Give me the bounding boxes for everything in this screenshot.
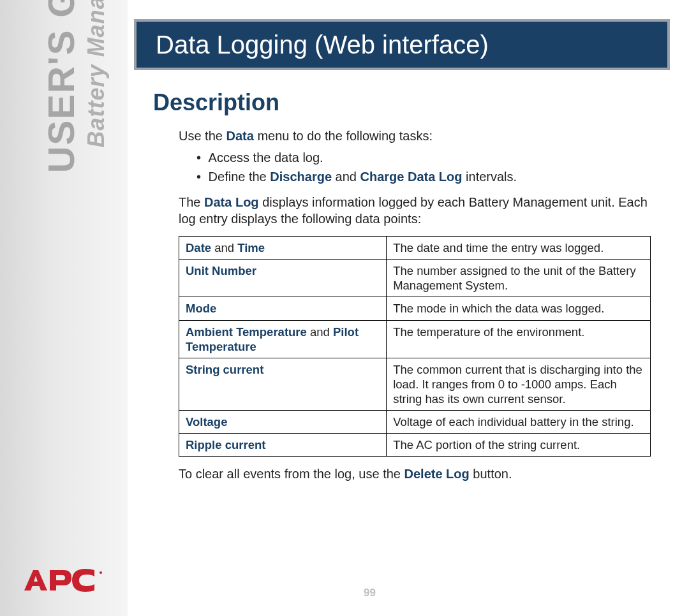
table-row: Ripple currentThe AC portion of the stri… [179,434,651,457]
table-row: Date and TimeThe date and time the entry… [179,237,651,260]
apc-logo [19,565,115,597]
table-row: Unit NumberThe number assigned to the un… [179,260,651,297]
table-row: Ambient Temperature and Pilot Temperatur… [179,320,651,358]
definition-cell: Voltage of each individual battery in th… [387,411,651,434]
svg-point-0 [100,571,102,574]
page-title: Data Logging (Web interface) [156,31,489,59]
definition-cell: The temperature of the environment. [387,320,651,358]
list-item: Define the Discharge and Charge Data Log… [208,168,651,185]
data-log-paragraph: The Data Log displays information logged… [179,194,651,227]
definition-cell: The number assigned to the unit of the B… [387,260,651,297]
task-list: Access the data log. Define the Discharg… [179,149,651,185]
sidebar: USER'S GUIDE Battery Management System [0,0,128,616]
list-item: Access the data log. [208,149,651,166]
term-cell: Unit Number [179,260,387,297]
data-points-table: Date and TimeThe date and time the entry… [179,236,651,457]
term-cell: Mode [179,297,387,320]
table-row: ModeThe mode in which the data was logge… [179,297,651,320]
table-row: VoltageVoltage of each individual batter… [179,411,651,434]
definition-cell: The common current that is discharging i… [387,358,651,410]
term-cell: String current [179,358,387,410]
intro-paragraph: Use the Data menu to do the following ta… [179,128,651,144]
term-cell: Ripple current [179,434,387,457]
term-cell: Voltage [179,411,387,434]
definition-cell: The AC portion of the string current. [387,434,651,457]
definition-cell: The mode in which the data was logged. [387,297,651,320]
closing-paragraph: To clear all events from the log, use th… [179,466,651,482]
term-cell: Ambient Temperature and Pilot Temperatur… [179,320,387,358]
content-area: Description Use the Data menu to do the … [153,83,657,487]
table-row: String currentThe common current that is… [179,358,651,410]
sidebar-title: USER'S GUIDE [40,0,82,173]
section-heading: Description [153,89,657,116]
page-title-bar: Data Logging (Web interface) [134,19,670,70]
page-number: 99 [364,587,376,599]
term-cell: Date and Time [179,237,387,260]
sidebar-subtitle: Battery Management System [83,0,110,147]
definition-cell: The date and time the entry was logged. [387,237,651,260]
body-text: Use the Data menu to do the following ta… [179,128,651,482]
